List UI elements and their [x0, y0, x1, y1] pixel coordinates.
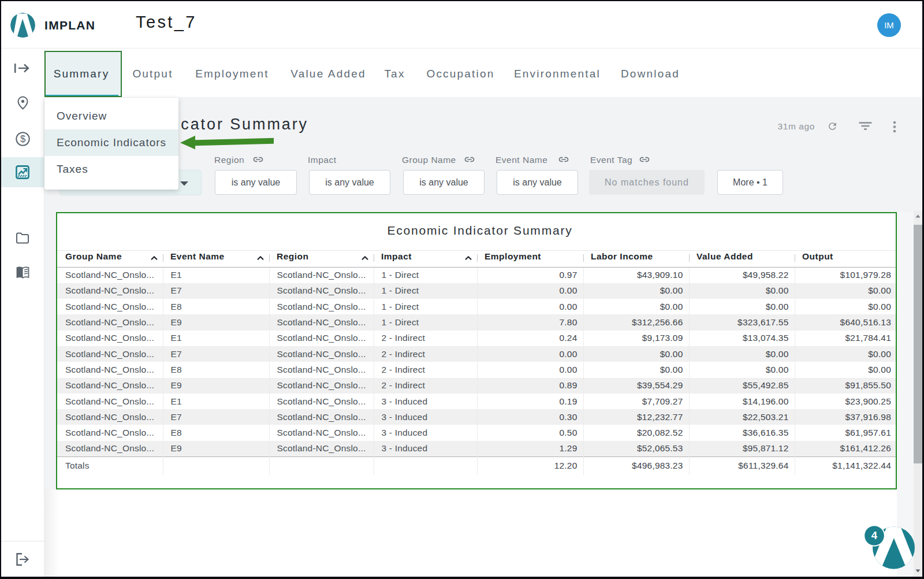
svg-text:4: 4	[871, 529, 878, 541]
svg-text:$: $	[20, 133, 25, 144]
